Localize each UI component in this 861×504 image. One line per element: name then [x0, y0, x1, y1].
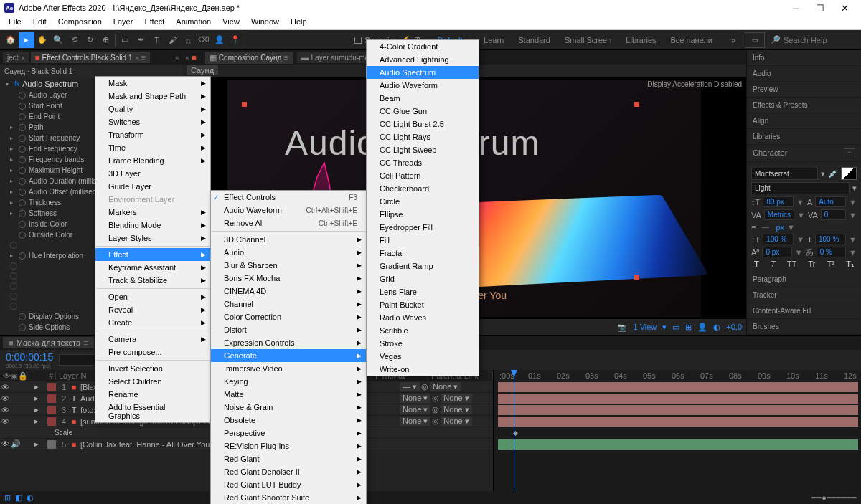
ctx-item[interactable]: Red Giant Shooter Suite▶: [211, 491, 366, 504]
workspace-overflow[interactable]: »: [725, 32, 741, 48]
ctx-item[interactable]: Reveal▶: [95, 303, 210, 316]
ctx-item[interactable]: Circle: [367, 195, 479, 208]
font-style-dd[interactable]: Light: [751, 182, 850, 194]
frame-blend-icon[interactable]: ◧: [15, 493, 22, 503]
ctx-item[interactable]: CC Light Burst 2.5: [367, 118, 479, 130]
workspace-2[interactable]: Standard: [518, 36, 550, 44]
close-button[interactable]: ✕: [832, 0, 857, 16]
menu-item-layer[interactable]: Layer: [108, 16, 139, 29]
ctx-item[interactable]: CC Threads: [367, 156, 479, 169]
track[interactable]: [494, 427, 861, 439]
track[interactable]: [494, 439, 861, 450]
ctx-item[interactable]: Ellipse: [367, 208, 479, 221]
menu-item-effect[interactable]: Effect: [138, 16, 170, 29]
ctx-item[interactable]: Matte▶: [211, 388, 366, 401]
panel-paragraph[interactable]: Paragraph: [747, 272, 861, 287]
ctx-item[interactable]: Keying▶: [211, 375, 366, 388]
ctx-item[interactable]: Audio▶: [211, 246, 366, 259]
ctx-item[interactable]: CINEMA 4D▶: [211, 285, 366, 298]
type-tool[interactable]: T: [149, 32, 164, 48]
ctx-item[interactable]: Red Giant LUT Buddy▶: [211, 478, 366, 491]
ctx-item[interactable]: Perspective▶: [211, 427, 366, 439]
anchor-tool[interactable]: ⊕: [98, 32, 113, 48]
track[interactable]: [494, 381, 861, 393]
ctx-item[interactable]: Invert Selection: [95, 362, 210, 375]
menu-item-window[interactable]: Window: [245, 16, 285, 29]
track[interactable]: [494, 404, 861, 416]
ctx-item[interactable]: Noise & Grain▶: [211, 401, 366, 414]
ctx-item[interactable]: Radio Waves: [367, 311, 479, 324]
ctx-item[interactable]: Environment Layer: [95, 193, 210, 206]
orbit-tool[interactable]: ⟲: [66, 32, 82, 48]
ctx-item[interactable]: Red Giant Denoiser II▶: [211, 465, 366, 478]
vscale-input[interactable]: 100 %: [763, 234, 794, 244]
minimize-button[interactable]: ─: [784, 0, 808, 16]
font-family-dd[interactable]: Montserrat: [751, 168, 818, 180]
panel-info[interactable]: Info: [747, 50, 861, 66]
ctx-item[interactable]: Effect▶: [95, 248, 210, 261]
workspace-1[interactable]: Learn: [484, 36, 504, 44]
panel-libraries[interactable]: Libraries: [747, 129, 861, 145]
panel-align[interactable]: Align: [747, 113, 861, 129]
track[interactable]: [494, 416, 861, 427]
track[interactable]: [494, 393, 861, 404]
selection-handle[interactable]: [634, 102, 639, 107]
workspace-panel-button[interactable]: ▭: [745, 32, 765, 48]
timeline-tab[interactable]: ■Маска для текста≡: [3, 337, 94, 348]
ctx-item[interactable]: Scribble: [367, 324, 479, 337]
rotate-tool[interactable]: ↻: [82, 32, 98, 48]
puppet-tool[interactable]: 📍: [227, 32, 243, 48]
ctx-item[interactable]: Grid: [367, 272, 479, 285]
generate-submenu[interactable]: 4-Color GradientAdvanced LightningAudio …: [366, 39, 479, 376]
panel-audio[interactable]: Audio: [747, 66, 861, 82]
kerning-input[interactable]: Metrics: [764, 209, 794, 220]
ctx-item[interactable]: Remove AllCtrl+Shift+E: [211, 217, 366, 229]
ctx-item[interactable]: Cell Pattern: [367, 169, 479, 182]
timeline-tracks[interactable]: :00s01s02s03s04s05s06s07s08s09s10s11s12s: [494, 370, 861, 491]
selection-handle[interactable]: [242, 102, 247, 107]
ctx-item[interactable]: Blur & Sharpen▶: [211, 259, 366, 272]
ctx-item[interactable]: Mask and Shape Path▶: [95, 90, 210, 103]
panel-tab[interactable]: ■Effect Controls Black Solid 1× ≡: [31, 52, 150, 63]
effect-submenu[interactable]: ✓Effect ControlsF3Audio WaveformCtrl+Alt…: [210, 190, 367, 504]
ctx-item[interactable]: CC Light Sweep: [367, 143, 479, 156]
menu-item-edit[interactable]: Edit: [27, 16, 52, 29]
ctx-item[interactable]: Obsolete▶: [211, 414, 366, 427]
ctx-item[interactable]: Color Correction▶: [211, 310, 366, 323]
ctx-item[interactable]: Eyedropper Fill: [367, 221, 479, 234]
ctx-item[interactable]: CC Glue Gun: [367, 105, 479, 118]
toggle-switches-icon[interactable]: ⊞: [4, 493, 11, 503]
ctx-item[interactable]: Fractal: [367, 247, 479, 260]
color-swatch[interactable]: [841, 167, 857, 180]
layer-context-menu[interactable]: Mask▶Mask and Shape Path▶Quality▶Switche…: [95, 76, 211, 423]
ctx-item[interactable]: Fill: [367, 234, 479, 247]
ctx-item[interactable]: ✓Effect ControlsF3: [211, 191, 366, 204]
playhead[interactable]: [514, 370, 514, 491]
ctx-item[interactable]: 3D Layer: [95, 167, 210, 180]
text-style-buttons[interactable]: TTTTTrT¹T₁: [751, 260, 857, 269]
ctx-item[interactable]: Create▶: [95, 316, 210, 329]
ctx-item[interactable]: Checkerboard: [367, 182, 479, 195]
roto-tool[interactable]: 👤: [212, 32, 227, 48]
menu-item-view[interactable]: View: [217, 16, 245, 29]
time-ruler[interactable]: :00s01s02s03s04s05s06s07s08s09s10s11s12s: [494, 370, 861, 381]
maximize-button[interactable]: ☐: [808, 0, 832, 16]
pen-tool[interactable]: ✒: [133, 32, 149, 48]
rect-tool[interactable]: ▭: [117, 32, 133, 48]
ctx-item[interactable]: Stroke: [367, 337, 479, 350]
ctx-item[interactable]: Keyframe Assistant▶: [95, 261, 210, 274]
workspace-4[interactable]: Libraries: [626, 36, 656, 44]
eraser-tool[interactable]: ⌫: [196, 32, 212, 48]
ctx-item[interactable]: Audio Spectrum: [367, 66, 479, 79]
ctx-item[interactable]: Blending Mode▶: [95, 219, 210, 232]
ctx-item[interactable]: Red Giant▶: [211, 452, 366, 465]
ctx-item[interactable]: Add to Essential Graphics: [95, 401, 210, 422]
ctx-item[interactable]: Frame Blending▶: [95, 154, 210, 167]
tsume-input[interactable]: 0 %: [817, 247, 846, 257]
comp-tab[interactable]: ▦Composition Саунд ≡: [205, 52, 293, 64]
ctx-item[interactable]: Generate▶: [211, 349, 366, 362]
ctx-item[interactable]: Time▶: [95, 141, 210, 154]
panel-tab[interactable]: ject×: [3, 52, 29, 63]
menu-item-file[interactable]: File: [3, 16, 27, 29]
selection-handle[interactable]: [634, 275, 639, 280]
